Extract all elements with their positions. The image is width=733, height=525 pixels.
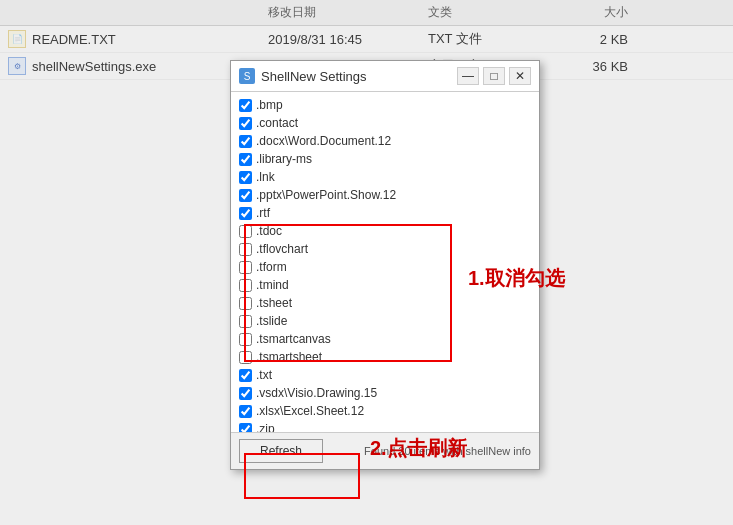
checkbox-item: .docx\Word.Document.12 [239,132,531,150]
checkbox-label-13: .tsmartcanvas [256,332,331,346]
checkbox-input-18[interactable] [239,423,252,433]
checkbox-label-11: .tsheet [256,296,292,310]
dialog-app-icon: S [239,68,255,84]
checkbox-item: .tdoc [239,222,531,240]
checkbox-input-15[interactable] [239,369,252,382]
checkbox-label-5: .pptx\PowerPoint.Show.12 [256,188,396,202]
checkbox-input-0[interactable] [239,99,252,112]
checkbox-item: .zip [239,420,531,432]
checkbox-item: .tflovchart [239,240,531,258]
checkbox-label-2: .docx\Word.Document.12 [256,134,391,148]
checkbox-input-1[interactable] [239,117,252,130]
checkbox-input-17[interactable] [239,405,252,418]
checkbox-item: .lnk [239,168,531,186]
checkbox-label-14: .tsmartsheet [256,350,322,364]
checkbox-input-6[interactable] [239,207,252,220]
checkbox-item: .tsmartcanvas [239,330,531,348]
checkbox-item: .tslide [239,312,531,330]
checkbox-label-4: .lnk [256,170,275,184]
checkbox-label-6: .rtf [256,206,270,220]
checkbox-item: .vsdx\Visio.Drawing.15 [239,384,531,402]
checkbox-input-13[interactable] [239,333,252,346]
checkbox-item: .pptx\PowerPoint.Show.12 [239,186,531,204]
checkbox-label-1: .contact [256,116,298,130]
checkbox-input-16[interactable] [239,387,252,400]
dialog-titlebar[interactable]: S ShellNew Settings — □ ✕ [231,61,539,92]
checkbox-input-10[interactable] [239,279,252,292]
checkbox-label-8: .tflovchart [256,242,308,256]
checkbox-label-12: .tslide [256,314,287,328]
checkbox-input-7[interactable] [239,225,252,238]
checkbox-input-11[interactable] [239,297,252,310]
checkbox-input-8[interactable] [239,243,252,256]
annotation-step1: 1.取消勾选 [468,265,565,292]
checkbox-label-3: .library-ms [256,152,312,166]
checkbox-label-15: .txt [256,368,272,382]
dialog-items-list: .bmp.contact.docx\Word.Document.12.libra… [231,92,539,432]
checkbox-input-9[interactable] [239,261,252,274]
checkbox-input-12[interactable] [239,315,252,328]
checkbox-item: .xlsx\Excel.Sheet.12 [239,402,531,420]
checkbox-label-10: .tmind [256,278,289,292]
minimize-button[interactable]: — [457,67,479,85]
refresh-button[interactable]: Refresh [239,439,323,463]
checkbox-item: .library-ms [239,150,531,168]
checkbox-label-0: .bmp [256,98,283,112]
close-button[interactable]: ✕ [509,67,531,85]
annotation-step2: 2.点击刷新 [370,435,467,462]
maximize-button[interactable]: □ [483,67,505,85]
checkbox-label-17: .xlsx\Excel.Sheet.12 [256,404,364,418]
checkbox-item: .contact [239,114,531,132]
dialog-title: ShellNew Settings [261,69,367,84]
checkbox-input-5[interactable] [239,189,252,202]
checkbox-input-3[interactable] [239,153,252,166]
checkbox-item: .rtf [239,204,531,222]
checkbox-label-18: .zip [256,422,275,432]
dialog-title-area: S ShellNew Settings [239,68,367,84]
checkbox-input-14[interactable] [239,351,252,364]
checkbox-item: .txt [239,366,531,384]
checkbox-label-16: .vsdx\Visio.Drawing.15 [256,386,377,400]
checkbox-input-2[interactable] [239,135,252,148]
checkbox-item: .tsmartsheet [239,348,531,366]
checkbox-item: .tsheet [239,294,531,312]
checkbox-label-7: .tdoc [256,224,282,238]
checkbox-item: .bmp [239,96,531,114]
checkbox-input-4[interactable] [239,171,252,184]
dialog-window-controls: — □ ✕ [457,67,531,85]
checkbox-label-9: .tform [256,260,287,274]
